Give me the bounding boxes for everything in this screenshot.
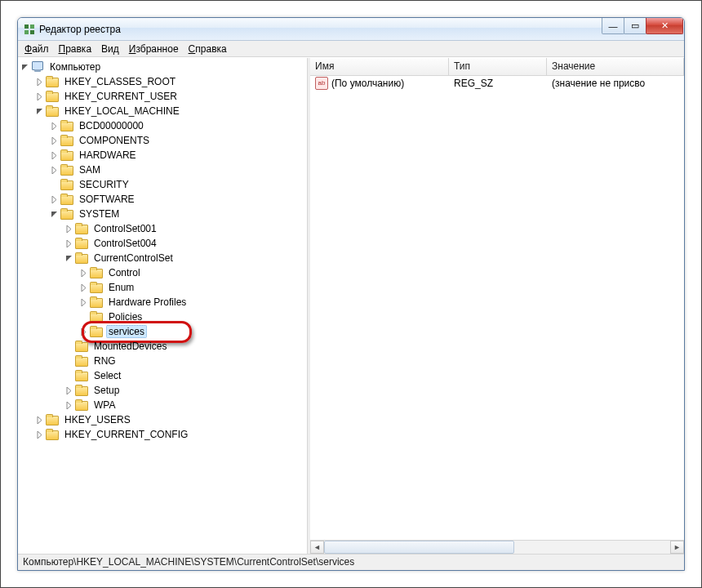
menu-file[interactable]: Файл bbox=[24, 43, 49, 55]
list-row-default[interactable]: ab (По умолчанию) REG_SZ (значение не пр… bbox=[310, 76, 684, 91]
svg-marker-5 bbox=[38, 78, 42, 86]
svg-marker-10 bbox=[52, 152, 56, 159]
tree-label: Select bbox=[91, 369, 123, 382]
expand-icon[interactable] bbox=[78, 283, 88, 292]
tree-label: Control bbox=[106, 266, 143, 279]
tree-item-ccs[interactable]: CurrentControlSet bbox=[20, 251, 307, 265]
tree-item-wpa[interactable]: WPA bbox=[20, 398, 307, 412]
folder-icon bbox=[46, 428, 59, 441]
scroll-right-button[interactable]: ► bbox=[670, 541, 684, 554]
svg-rect-1 bbox=[30, 24, 34, 29]
folder-icon bbox=[46, 75, 59, 88]
tree-item-bcd[interactable]: BCD00000000 bbox=[20, 118, 307, 133]
minimize-button[interactable]: — bbox=[602, 18, 624, 34]
tree-item-control[interactable]: Control bbox=[20, 265, 307, 280]
expand-icon[interactable] bbox=[78, 327, 88, 336]
scroll-left-button[interactable]: ◄ bbox=[310, 541, 324, 554]
tree-label: SAM bbox=[77, 163, 103, 176]
menubar: Файл Правка Вид Избранное Справка bbox=[18, 41, 684, 57]
scroll-thumb[interactable] bbox=[324, 541, 514, 554]
folder-icon bbox=[60, 163, 73, 176]
tree-item-hcc[interactable]: HKEY_CURRENT_CONFIG bbox=[20, 427, 307, 442]
expand-icon[interactable] bbox=[49, 150, 59, 160]
tree-item-hwprofiles[interactable]: Hardware Profiles bbox=[20, 295, 307, 310]
tree-item-software[interactable]: SOFTWARE bbox=[20, 192, 307, 207]
expand-icon[interactable] bbox=[64, 385, 73, 395]
tree-item-cs004[interactable]: ControlSet004 bbox=[20, 236, 307, 251]
tree-label: Hardware Profiles bbox=[106, 296, 189, 309]
value-data: (значение не присво bbox=[547, 77, 684, 90]
tree-label: Компьютер bbox=[47, 60, 103, 74]
expand-icon[interactable] bbox=[64, 238, 73, 248]
collapse-icon[interactable] bbox=[34, 106, 44, 116]
tree-label: WPA bbox=[91, 399, 118, 412]
menu-favorites[interactable]: Избранное bbox=[129, 43, 179, 55]
folder-icon bbox=[75, 384, 88, 397]
svg-rect-2 bbox=[24, 30, 29, 34]
folder-icon bbox=[90, 281, 103, 294]
tree-item-sam[interactable]: SAM bbox=[20, 163, 307, 177]
folder-icon bbox=[60, 149, 73, 162]
app-icon bbox=[23, 23, 36, 36]
expand-icon[interactable] bbox=[34, 430, 44, 439]
tree-item-hardware[interactable]: HARDWARE bbox=[20, 148, 307, 163]
list-body[interactable]: ab (По умолчанию) REG_SZ (значение не пр… bbox=[310, 76, 684, 540]
tree-item-select[interactable]: Select bbox=[20, 368, 307, 383]
tree-item-hu[interactable]: HKEY_USERS bbox=[20, 412, 307, 427]
tree-item-setup[interactable]: Setup bbox=[20, 383, 307, 398]
tree-item-services[interactable]: services bbox=[20, 324, 307, 339]
tree-item-hcu[interactable]: HKEY_CURRENT_USER bbox=[20, 89, 307, 104]
tree-label-selected: services bbox=[106, 325, 147, 338]
tree-item-cs001[interactable]: ControlSet001 bbox=[20, 221, 307, 236]
expand-icon[interactable] bbox=[49, 165, 59, 175]
expand-icon[interactable] bbox=[34, 77, 44, 87]
expand-icon[interactable] bbox=[78, 268, 88, 278]
menu-view[interactable]: Вид bbox=[101, 43, 119, 55]
titlebar[interactable]: Редактор реестра — ▭ ✕ bbox=[18, 18, 684, 41]
tree-label: HKEY_USERS bbox=[62, 413, 133, 426]
tree-item-enum[interactable]: Enum bbox=[20, 280, 307, 295]
tree-label: HKEY_LOCAL_MACHINE bbox=[62, 105, 182, 118]
scroll-track[interactable] bbox=[324, 541, 670, 554]
expand-icon[interactable] bbox=[49, 194, 59, 204]
collapse-icon[interactable] bbox=[20, 62, 29, 72]
tree-item-components[interactable]: COMPONENTS bbox=[20, 133, 307, 148]
expand-icon[interactable] bbox=[78, 297, 88, 307]
column-value[interactable]: Значение bbox=[547, 58, 684, 75]
menu-edit[interactable]: Правка bbox=[59, 43, 92, 55]
collapse-icon[interactable] bbox=[49, 209, 59, 219]
collapse-icon[interactable] bbox=[64, 253, 73, 263]
tree-item-hlm[interactable]: HKEY_LOCAL_MACHINE bbox=[20, 104, 307, 118]
tree-root[interactable]: Компьютер bbox=[20, 60, 307, 74]
folder-icon bbox=[46, 413, 59, 426]
tree-item-system[interactable]: SYSTEM bbox=[20, 207, 307, 221]
menu-help[interactable]: Справка bbox=[189, 43, 227, 55]
column-type[interactable]: Тип bbox=[449, 58, 547, 75]
tree-pane[interactable]: Компьютер HKEY_CLASSES_ROOT bbox=[18, 58, 308, 554]
window-controls: — ▭ ✕ bbox=[602, 18, 683, 34]
expand-icon[interactable] bbox=[64, 400, 73, 410]
tree-label: BCD00000000 bbox=[77, 119, 146, 132]
tree-item-rng[interactable]: RNG bbox=[20, 354, 307, 368]
expand-icon[interactable] bbox=[49, 121, 59, 131]
svg-rect-3 bbox=[30, 30, 34, 34]
tree-label: MountedDevices bbox=[91, 340, 169, 353]
expand-icon[interactable] bbox=[64, 224, 73, 234]
tree-item-policies[interactable]: Policies bbox=[20, 310, 307, 324]
svg-marker-18 bbox=[82, 284, 86, 292]
close-button[interactable]: ✕ bbox=[646, 18, 683, 34]
svg-marker-14 bbox=[67, 225, 71, 233]
expand-icon[interactable] bbox=[34, 415, 44, 425]
column-name[interactable]: Имя bbox=[310, 58, 449, 75]
folder-icon bbox=[75, 399, 88, 412]
expand-icon[interactable] bbox=[34, 91, 44, 101]
values-pane: Имя Тип Значение ab (По умолчанию) REG_S… bbox=[310, 58, 684, 554]
maximize-button[interactable]: ▭ bbox=[624, 18, 646, 34]
tree-item-hcr[interactable]: HKEY_CLASSES_ROOT bbox=[20, 74, 307, 89]
tree-label: HKEY_CLASSES_ROOT bbox=[62, 75, 178, 88]
tree-label: SYSTEM bbox=[77, 207, 122, 220]
expand-icon[interactable] bbox=[49, 136, 59, 145]
tree-item-security[interactable]: SECURITY bbox=[20, 177, 307, 192]
tree-item-mounted[interactable]: MountedDevices bbox=[20, 339, 307, 354]
horizontal-scrollbar[interactable]: ◄ ► bbox=[310, 540, 684, 554]
